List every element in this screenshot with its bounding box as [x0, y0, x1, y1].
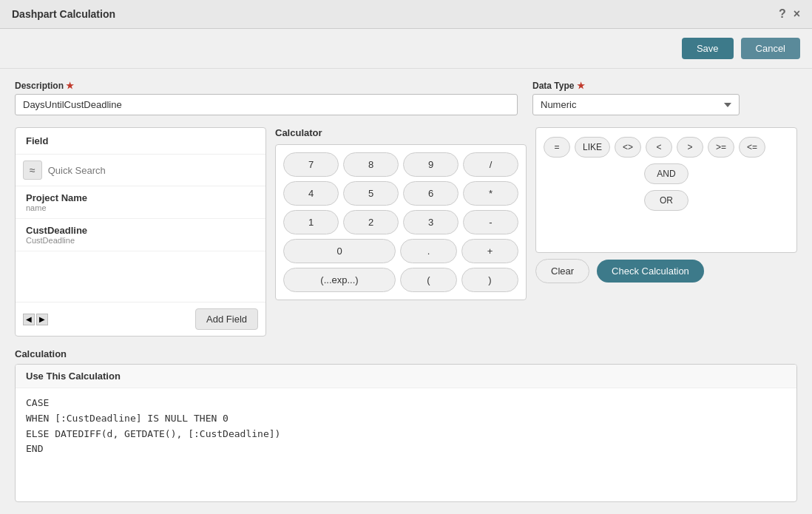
calc-btn-exp[interactable]: (...exp...) — [283, 268, 396, 292]
op-lte[interactable]: <= — [739, 137, 765, 158]
description-input[interactable] — [15, 94, 518, 115]
calc-row-1: 7 8 9 / — [283, 152, 518, 177]
calc-btn-add[interactable]: + — [461, 239, 518, 263]
description-required: ★ — [66, 81, 74, 91]
main-content: Field ≈ Project Name name CustDeadline C… — [0, 121, 812, 342]
dialog: Dashpart Calculation ? × Save Cancel Des… — [0, 0, 812, 514]
op-not-equal[interactable]: <> — [615, 137, 641, 158]
op-gte[interactable]: >= — [708, 137, 734, 158]
calc-btn-5[interactable]: 5 — [343, 181, 399, 206]
title-bar: Dashpart Calculation ? × — [0, 0, 812, 29]
calc-btn-1[interactable]: 1 — [283, 210, 339, 234]
calc-btn-multiply[interactable]: * — [463, 181, 518, 206]
calculator-panel: Calculator 7 8 9 / 4 5 6 * 1 2 3 — [275, 127, 527, 337]
field-list: Project Name name CustDeadline CustDeadl… — [16, 186, 265, 302]
field-panel: Field ≈ Project Name name CustDeadline C… — [15, 127, 266, 337]
cancel-button[interactable]: Cancel — [741, 38, 800, 59]
title-bar-actions: ? × — [779, 7, 800, 21]
description-label: Description ★ — [15, 81, 518, 91]
field-item-name: CustDeadline — [26, 225, 255, 236]
search-row: ≈ — [16, 155, 265, 186]
calc-btn-4[interactable]: 4 — [283, 181, 339, 206]
scroll-arrows: ◀ ▶ — [23, 314, 48, 325]
clear-button[interactable]: Clear — [535, 259, 589, 283]
op-and[interactable]: AND — [644, 163, 688, 184]
datatype-group: Data Type ★ Numeric Text Date Boolean — [532, 81, 740, 115]
scroll-right-arrow[interactable]: ▶ — [36, 314, 48, 325]
datatype-label: Data Type ★ — [532, 81, 740, 91]
calc-btn-close-paren[interactable]: ) — [461, 268, 518, 292]
calc-btn-3[interactable]: 3 — [403, 210, 459, 234]
calculator-label: Calculator — [275, 127, 527, 138]
datatype-required: ★ — [577, 81, 585, 91]
search-input[interactable] — [48, 165, 258, 176]
calc-btn-open-paren[interactable]: ( — [400, 268, 457, 292]
field-panel-footer: ◀ ▶ Add Field — [16, 302, 265, 336]
calc-btn-subtract[interactable]: - — [463, 210, 518, 234]
operators-panel: = LIKE <> < > >= <= AND OR Clear Check C… — [535, 127, 797, 337]
calc-row-4: 0 . + — [283, 239, 518, 263]
op-equals[interactable]: = — [544, 137, 570, 158]
check-calculation-button[interactable]: Check Calculation — [597, 260, 704, 283]
datatype-select[interactable]: Numeric Text Date Boolean — [532, 94, 740, 115]
save-button[interactable]: Save — [682, 38, 734, 59]
form-area: Description ★ Data Type ★ Numeric Text D… — [0, 69, 812, 121]
scroll-left-arrow[interactable]: ◀ — [23, 314, 35, 325]
add-field-button[interactable]: Add Field — [195, 308, 258, 330]
op-less-than[interactable]: < — [646, 137, 672, 158]
list-item[interactable]: Project Name name — [16, 186, 265, 219]
calc-row-2: 4 5 6 * — [283, 181, 518, 206]
operators-row-1: = LIKE <> < > >= <= — [544, 137, 789, 158]
calc-btn-dot[interactable]: . — [400, 239, 457, 263]
calc-row-3: 1 2 3 - — [283, 210, 518, 234]
help-icon[interactable]: ? — [779, 7, 786, 21]
op-or[interactable]: OR — [644, 190, 688, 211]
operators-box: = LIKE <> < > >= <= AND OR — [535, 127, 797, 253]
calculation-area: Calculation Use This Calculation CASE WH… — [0, 342, 812, 514]
calc-row-5: (...exp...) ( ) — [283, 268, 518, 292]
toolbar: Save Cancel — [0, 29, 812, 69]
calc-btn-0[interactable]: 0 — [283, 239, 396, 263]
action-row: Clear Check Calculation — [535, 259, 797, 283]
operators-row-2: AND — [544, 163, 789, 184]
field-item-sub: name — [26, 203, 255, 212]
calc-btn-2[interactable]: 2 — [343, 210, 399, 234]
calc-btn-7[interactable]: 7 — [283, 152, 339, 177]
calc-btn-8[interactable]: 8 — [343, 152, 399, 177]
op-like[interactable]: LIKE — [575, 137, 610, 158]
field-item-sub: CustDeadline — [26, 236, 255, 245]
search-icon-button[interactable]: ≈ — [23, 160, 42, 180]
calc-btn-6[interactable]: 6 — [403, 181, 459, 206]
calc-box-header: Use This Calculation — [16, 365, 796, 388]
dialog-title: Dashpart Calculation — [12, 8, 115, 20]
calculation-section-label: Calculation — [15, 348, 797, 359]
field-panel-header: Field — [16, 128, 265, 155]
op-greater-than[interactable]: > — [677, 137, 703, 158]
description-group: Description ★ — [15, 81, 518, 115]
calc-btn-9[interactable]: 9 — [403, 152, 459, 177]
calculation-box: Use This Calculation CASE WHEN [:CustDea… — [15, 364, 797, 502]
field-item-name: Project Name — [26, 192, 255, 203]
close-icon[interactable]: × — [794, 7, 800, 21]
search-icon: ≈ — [30, 164, 35, 176]
list-item[interactable]: CustDeadline CustDeadline — [16, 219, 265, 251]
calculation-textarea[interactable]: CASE WHEN [:CustDeadline] IS NULL THEN 0… — [16, 388, 796, 499]
operators-row-3: OR — [544, 190, 789, 211]
calc-btn-divide[interactable]: / — [463, 152, 518, 177]
calc-grid: 7 8 9 / 4 5 6 * 1 2 3 - 0 — [275, 144, 527, 300]
